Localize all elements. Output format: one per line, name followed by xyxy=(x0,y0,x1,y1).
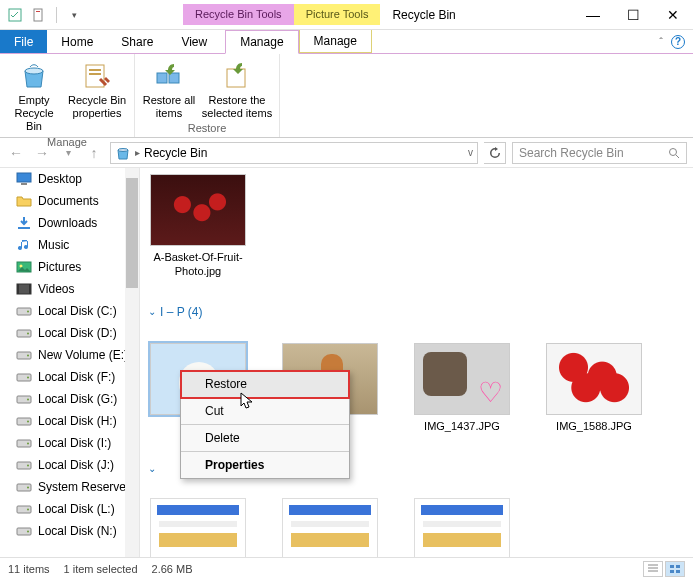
svg-point-38 xyxy=(27,509,29,511)
status-selected-count: 1 item selected xyxy=(64,563,138,575)
address-bar: ← → ▾ ↑ ▸ Recycle Bin v Search Recycle B… xyxy=(0,138,693,168)
tab-home[interactable]: Home xyxy=(47,30,107,53)
sidebar-item-label: Pictures xyxy=(38,260,81,274)
contextual-tab-recycle[interactable]: Recycle Bin Tools xyxy=(183,4,294,25)
sidebar-item-label: New Volume (E:) xyxy=(38,348,128,362)
context-menu-cut[interactable]: Cut xyxy=(181,398,349,425)
view-large-icons-button[interactable] xyxy=(665,561,685,577)
view-details-button[interactable] xyxy=(643,561,663,577)
nav-back-icon[interactable]: ← xyxy=(6,143,26,163)
chevron-down-icon: ⌄ xyxy=(148,463,156,474)
sidebar-item[interactable]: Desktop xyxy=(0,168,139,190)
status-item-count: 11 items xyxy=(8,563,50,575)
file-item[interactable]: A-Basket-Of-Fruit-Photo.jpg xyxy=(148,174,248,279)
sidebar-item-label: Local Disk (G:) xyxy=(38,392,117,406)
content-pane[interactable]: A-Basket-Of-Fruit-Photo.jpg ⌄ I – P (4) … xyxy=(140,168,693,557)
tab-file[interactable]: File xyxy=(0,30,47,53)
sidebar-item[interactable]: Local Disk (D:) xyxy=(0,322,139,344)
restore-selected-icon xyxy=(221,60,253,92)
sidebar-item[interactable]: New Volume (E:) xyxy=(0,344,139,366)
sidebar-item[interactable]: Videos xyxy=(0,278,139,300)
sidebar-item-label: Local Disk (H:) xyxy=(38,414,117,428)
svg-point-24 xyxy=(27,355,29,357)
context-menu-delete[interactable]: Delete xyxy=(181,425,349,452)
sidebar-item-label: System Reservec xyxy=(38,480,132,494)
file-item[interactable]: Screenshot_2019-06-13-22-44-51.png xyxy=(148,498,248,557)
ribbon: Empty Recycle Bin Recycle Bin properties… xyxy=(0,54,693,138)
qat-new-icon[interactable] xyxy=(30,6,48,24)
context-menu: Restore Cut Delete Properties xyxy=(180,370,350,479)
tab-view[interactable]: View xyxy=(167,30,221,53)
refresh-button[interactable] xyxy=(484,142,506,164)
download-icon xyxy=(16,215,32,231)
tab-manage-picture[interactable]: Manage xyxy=(299,30,372,53)
nav-up-icon[interactable]: ↑ xyxy=(84,143,104,163)
qat-props-icon[interactable] xyxy=(6,6,24,24)
ribbon-group-manage: Empty Recycle Bin Recycle Bin properties… xyxy=(0,54,135,137)
sidebar-item[interactable]: Local Disk (J:) xyxy=(0,454,139,476)
sidebar-item-label: Local Disk (N:) xyxy=(38,524,117,538)
contextual-tab-picture[interactable]: Picture Tools xyxy=(294,4,381,25)
recycle-bin-properties-button[interactable]: Recycle Bin properties xyxy=(66,56,128,134)
svg-rect-16 xyxy=(17,284,31,294)
restore-all-items-button[interactable]: Restore all items xyxy=(141,56,197,120)
scrollbar-thumb[interactable] xyxy=(126,178,138,288)
sidebar-item-label: Desktop xyxy=(38,172,82,186)
sidebar-item[interactable]: Local Disk (F:) xyxy=(0,366,139,388)
svg-rect-1 xyxy=(34,9,42,21)
file-name: IMG_1588.JPG xyxy=(556,419,632,433)
disk-icon xyxy=(16,347,32,363)
quick-access-toolbar: ▾ xyxy=(0,6,83,24)
breadcrumb-segment[interactable]: Recycle Bin xyxy=(144,146,207,160)
sidebar-item[interactable]: Downloads xyxy=(0,212,139,234)
context-menu-restore[interactable]: Restore xyxy=(181,371,349,398)
tab-manage-recycle[interactable]: Manage xyxy=(225,30,298,54)
breadcrumb[interactable]: ▸ Recycle Bin v xyxy=(110,142,478,164)
minimize-button[interactable]: — xyxy=(573,0,613,30)
breadcrumb-chevron-icon[interactable]: ▸ xyxy=(135,147,140,158)
svg-rect-13 xyxy=(21,183,27,185)
maximize-button[interactable]: ☐ xyxy=(613,0,653,30)
close-button[interactable]: ✕ xyxy=(653,0,693,30)
file-item[interactable]: Screenshot_2019-06-13-22-56-05.png xyxy=(280,498,380,557)
ribbon-group-restore: Restore all items Restore the selected i… xyxy=(135,54,280,137)
search-icon xyxy=(668,147,680,159)
restore-all-icon xyxy=(153,60,185,92)
sidebar-item[interactable]: Local Disk (C:) xyxy=(0,300,139,322)
nav-forward-icon[interactable]: → xyxy=(32,143,52,163)
svg-point-30 xyxy=(27,421,29,423)
sidebar-scrollbar[interactable] xyxy=(125,168,139,557)
restore-selected-items-button[interactable]: Restore the selected items xyxy=(201,56,273,120)
sidebar-item[interactable]: Local Disk (H:) xyxy=(0,410,139,432)
properties-icon xyxy=(81,60,113,92)
help-icon[interactable]: ? xyxy=(671,35,685,49)
empty-recycle-bin-button[interactable]: Empty Recycle Bin xyxy=(6,56,62,134)
sidebar-item[interactable]: Music xyxy=(0,234,139,256)
disk-icon xyxy=(16,435,32,451)
file-item[interactable]: Screenshot_2019-06-13-22-56-15.png xyxy=(412,498,512,557)
sidebar-item[interactable]: Local Disk (I:) xyxy=(0,432,139,454)
qat-dropdown-icon[interactable]: ▾ xyxy=(65,6,83,24)
svg-point-10 xyxy=(118,148,128,151)
ribbon-collapse-icon[interactable]: ˆ xyxy=(659,36,663,48)
group-header[interactable]: ⌄ I – P (4) xyxy=(148,301,685,321)
search-input[interactable]: Search Recycle Bin xyxy=(512,142,687,164)
file-item[interactable]: IMG_1588.JPG xyxy=(544,343,644,433)
sidebar-item[interactable]: Local Disk (G:) xyxy=(0,388,139,410)
file-item[interactable]: IMG_1437.JPG xyxy=(412,343,512,433)
sidebar-item-label: Videos xyxy=(38,282,74,296)
disk-icon xyxy=(16,457,32,473)
breadcrumb-dropdown-icon[interactable]: v xyxy=(468,147,473,158)
sidebar-item[interactable]: Local Disk (N:) xyxy=(0,520,139,542)
sidebar-item[interactable]: Pictures xyxy=(0,256,139,278)
disk-icon xyxy=(16,391,32,407)
sidebar-item[interactable]: Documents xyxy=(0,190,139,212)
context-menu-properties[interactable]: Properties xyxy=(181,452,349,478)
nav-recent-icon[interactable]: ▾ xyxy=(58,143,78,163)
thumbnail xyxy=(150,174,246,246)
tab-share[interactable]: Share xyxy=(107,30,167,53)
sidebar-item[interactable]: Local Disk (L:) xyxy=(0,498,139,520)
sidebar-item[interactable]: System Reservec xyxy=(0,476,139,498)
svg-rect-4 xyxy=(86,65,104,87)
svg-rect-2 xyxy=(36,11,40,12)
